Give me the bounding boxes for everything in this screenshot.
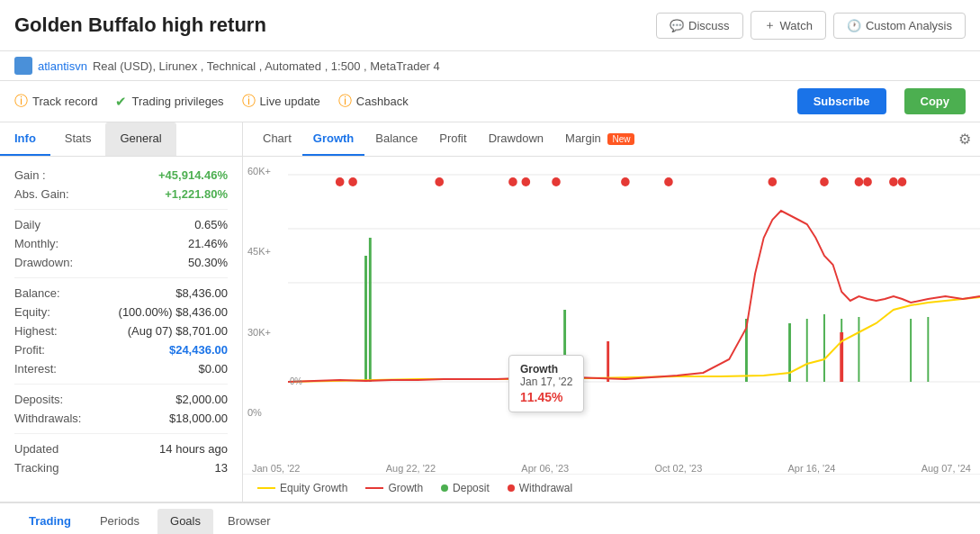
legend-deposit: Deposit <box>441 482 490 494</box>
live-update-status: ⓘ Live update <box>242 93 320 110</box>
monthly-value: 21.46% <box>188 237 228 250</box>
track-record-status: ⓘ Track record <box>14 93 97 110</box>
left-panel: Info Stats General Gain : +45,914.46% Ab… <box>0 122 243 502</box>
svg-point-14 <box>855 177 864 186</box>
svg-point-5 <box>348 177 357 186</box>
balance-label: Balance: <box>14 286 60 300</box>
legend-withdrawal-dot <box>508 484 515 492</box>
legend-withdrawal: Withdrawal <box>508 482 572 494</box>
withdrawals-label: Withdrawals: <box>14 412 81 425</box>
discuss-button[interactable]: 💬 Discuss <box>656 13 743 39</box>
chart-tooltip: Growth Jan 17, '22 11.45% <box>508 355 584 412</box>
svg-point-8 <box>522 177 531 186</box>
updated-row: Updated 14 hours ago <box>14 439 228 458</box>
bottom-tabs: Trading Periods Goals Browser <box>0 502 980 534</box>
x-label-4: Apr 16, '24 <box>788 463 836 474</box>
gain-row: Gain : +45,914.46% <box>14 166 228 185</box>
tracking-label: Tracking <box>14 461 58 475</box>
divider3 <box>14 384 228 385</box>
balance-row: Balance: $8,436.00 <box>14 284 228 303</box>
profit-value: $24,436.00 <box>169 343 228 357</box>
tab-profit[interactable]: Profit <box>428 122 477 156</box>
y-label-0: 0% <box>247 407 271 418</box>
watch-button[interactable]: ＋ Watch <box>751 11 826 40</box>
svg-point-4 <box>336 177 345 186</box>
daily-value: 0.65% <box>194 218 228 231</box>
tab-info[interactable]: Info <box>0 122 50 156</box>
svg-point-10 <box>621 177 630 186</box>
svg-text:0%: 0% <box>290 376 302 386</box>
svg-point-6 <box>435 177 444 186</box>
bottom-tab-periods[interactable]: Periods <box>85 503 154 534</box>
tab-drawdown[interactable]: Drawdown <box>478 122 554 156</box>
custom-analysis-button[interactable]: 🕐 Custom Analysis <box>833 13 966 39</box>
page-header: Golden Buffalo high return 💬 Discuss ＋ W… <box>0 0 980 51</box>
daily-row: Daily 0.65% <box>14 215 228 234</box>
abs-gain-value: +1,221.80% <box>165 187 228 201</box>
equity-value: (100.00%) $8,436.00 <box>119 305 228 319</box>
interest-value: $0.00 <box>198 362 228 376</box>
legend-equity-growth: Equity Growth <box>257 482 347 494</box>
tab-stats[interactable]: Stats <box>50 122 106 156</box>
chart-tabs: Chart Growth Balance Profit Drawdown Mar… <box>243 122 980 157</box>
svg-point-16 <box>889 177 898 186</box>
drawdown-row: Drawdown: 50.30% <box>14 253 228 272</box>
x-label-2: Apr 06, '23 <box>521 463 569 474</box>
info-section: Gain : +45,914.46% Abs. Gain: +1,221.80%… <box>0 157 242 486</box>
tab-growth[interactable]: Growth <box>302 122 365 156</box>
chart-legend: Equity Growth Growth Deposit Withdrawal <box>243 474 980 502</box>
svg-point-12 <box>768 177 777 186</box>
page-title: Golden Buffalo high return <box>14 14 266 37</box>
x-label-1: Aug 22, '22 <box>386 463 436 474</box>
x-label-5: Aug 07, '24 <box>922 463 971 474</box>
legend-deposit-dot <box>441 484 448 492</box>
check-icon: ✔ <box>115 94 127 110</box>
cashback-status: ⓘ Cashback <box>338 93 409 110</box>
deposits-row: Deposits: $2,000.00 <box>14 390 228 409</box>
svg-point-13 <box>820 177 829 186</box>
legend-equity-growth-line <box>257 487 275 489</box>
svg-point-15 <box>863 177 872 186</box>
copy-button[interactable]: Copy <box>904 88 967 114</box>
avatar <box>14 57 32 75</box>
svg-point-11 <box>664 177 673 186</box>
drawdown-value: 50.30% <box>188 256 228 269</box>
tab-general[interactable]: General <box>105 122 175 156</box>
tooltip-date: Jan 17, '22 <box>520 376 572 388</box>
username-link[interactable]: atlantisvn <box>38 59 87 73</box>
updated-label: Updated <box>14 442 58 456</box>
subscribe-button[interactable]: Subscribe <box>797 88 886 114</box>
highest-row: Highest: (Aug 07) $8,701.00 <box>14 321 228 340</box>
highest-label: Highest: <box>14 324 58 338</box>
chart-x-labels: Jan 05, '22 Aug 22, '22 Apr 06, '23 Oct … <box>243 463 980 474</box>
new-badge: New <box>607 133 634 145</box>
tracking-row: Tracking 13 <box>14 458 228 477</box>
svg-point-17 <box>898 177 907 186</box>
tab-chart[interactable]: Chart <box>252 122 302 156</box>
analysis-icon: 🕐 <box>847 19 861 32</box>
equity-label: Equity: <box>14 305 50 319</box>
gain-value: +45,914.46% <box>158 168 228 182</box>
gain-label: Gain : <box>14 168 46 182</box>
tracking-value: 13 <box>215 461 228 475</box>
tab-margin[interactable]: Margin New <box>554 122 645 156</box>
y-axis-labels: 60K+ 45K+ 30K+ 0% <box>247 166 271 418</box>
tab-balance[interactable]: Balance <box>364 122 428 156</box>
monthly-label: Monthly: <box>14 237 58 250</box>
interest-row: Interest: $0.00 <box>14 359 228 378</box>
bottom-tab-trading[interactable]: Trading <box>14 503 85 534</box>
warning-icon3: ⓘ <box>338 93 352 110</box>
settings-icon[interactable]: ⚙ <box>958 131 971 148</box>
bottom-tab-goals[interactable]: Goals <box>157 509 213 534</box>
tooltip-value: 11.45% <box>520 390 572 404</box>
updated-value: 14 hours ago <box>159 442 228 456</box>
trading-privileges-status: ✔ Trading privileges <box>115 94 223 110</box>
monthly-row: Monthly: 21.46% <box>14 234 228 253</box>
header-actions: 💬 Discuss ＋ Watch 🕐 Custom Analysis <box>656 11 966 40</box>
divider2 <box>14 277 228 278</box>
svg-point-7 <box>508 177 517 186</box>
bottom-tab-browser[interactable]: Browser <box>213 503 285 534</box>
legend-growth-line <box>365 487 383 489</box>
warning-icon2: ⓘ <box>242 93 256 110</box>
discuss-icon: 💬 <box>670 19 684 32</box>
